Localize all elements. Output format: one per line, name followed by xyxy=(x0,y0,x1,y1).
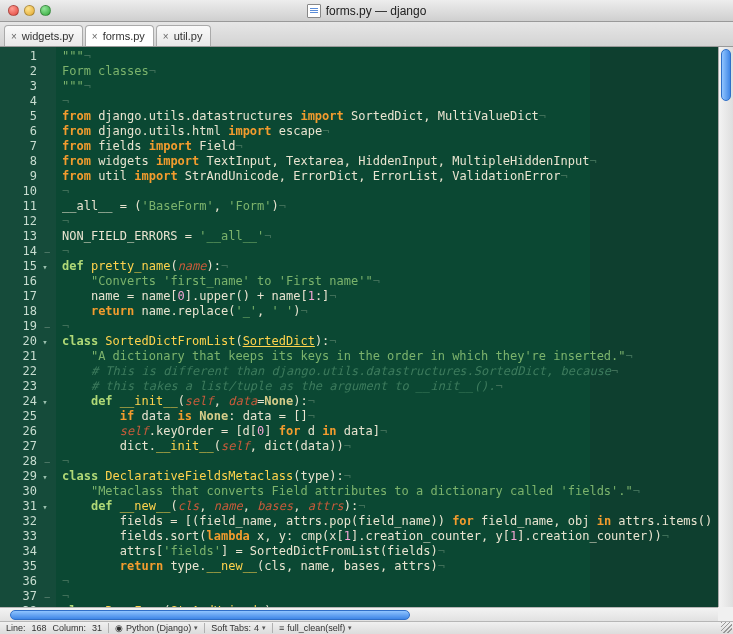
code-line: ¬ xyxy=(62,244,69,258)
line-number: 20 xyxy=(23,334,37,349)
editor-area: 1 2 3 4 5 6 7 8 9 10 11 12 13 14–15▾16 1… xyxy=(0,47,733,607)
code-view[interactable]: """¬ Form classes¬ """¬ ¬ from django.ut… xyxy=(56,47,733,607)
gutter-row: 33 xyxy=(0,529,50,544)
gutter-row: 26 xyxy=(0,424,50,439)
gutter-row: 28– xyxy=(0,454,50,469)
fold-icon[interactable]: ▾ xyxy=(40,262,50,272)
fold-dash-icon: – xyxy=(40,457,50,467)
document-icon xyxy=(307,4,321,18)
line-number: 16 xyxy=(23,274,37,289)
window-title-wrap: forms.py — django xyxy=(0,4,733,18)
horizontal-scroll-thumb[interactable] xyxy=(10,610,410,620)
code-line: name = name[0].upper() + name[1:]¬ xyxy=(62,289,337,303)
language-selector[interactable]: ◉ Python (Django) ▾ xyxy=(115,623,198,633)
gutter-spacer xyxy=(40,547,50,557)
gutter-row: 29▾ xyxy=(0,469,50,484)
vertical-scroll-thumb[interactable] xyxy=(721,49,731,101)
resize-handle[interactable] xyxy=(721,622,732,633)
gutter-spacer xyxy=(40,442,50,452)
line-number: 37 xyxy=(23,589,37,604)
gutter-spacer xyxy=(40,142,50,152)
code-line: "Converts 'first_name' to 'First name'"¬ xyxy=(62,274,380,288)
gutter-row: 4 xyxy=(0,94,50,109)
line-number: 22 xyxy=(23,364,37,379)
close-icon[interactable]: × xyxy=(163,31,169,42)
line-number: 2 xyxy=(30,64,37,79)
line-number: 27 xyxy=(23,439,37,454)
line-number: 15 xyxy=(23,259,37,274)
code-line: fields = [(field_name, attrs.pop(field_n… xyxy=(62,514,727,528)
gutter-row: 27 xyxy=(0,439,50,454)
line-number: 12 xyxy=(23,214,37,229)
gutter-row: 16 xyxy=(0,274,50,289)
tab-widgets-py[interactable]: ×widgets.py xyxy=(4,25,83,46)
line-number: 17 xyxy=(23,289,37,304)
gutter-spacer xyxy=(40,52,50,62)
code-line: from django.utils.datastructures import … xyxy=(62,109,546,123)
gutter-row: 32 xyxy=(0,514,50,529)
vertical-scrollbar[interactable] xyxy=(718,47,733,607)
code-line: __all__ = ('BaseForm', 'Form')¬ xyxy=(62,199,286,213)
line-number: 11 xyxy=(23,199,37,214)
window-controls xyxy=(0,5,51,16)
gutter-row: 20▾ xyxy=(0,334,50,349)
gutter-spacer xyxy=(40,172,50,182)
fold-icon[interactable]: ▾ xyxy=(40,502,50,512)
gutter-spacer xyxy=(40,487,50,497)
code-line: from fields import Field¬ xyxy=(62,139,243,153)
code-line: "A dictionary that keeps its keys in the… xyxy=(62,349,633,363)
code-line: from django.utils.html import escape¬ xyxy=(62,124,329,138)
code-line: self.keyOrder = [d[0] for d in data]¬ xyxy=(62,424,387,438)
gutter-spacer xyxy=(40,532,50,542)
horizontal-scrollbar[interactable] xyxy=(0,607,718,622)
gutter-row: 36 xyxy=(0,574,50,589)
zoom-icon[interactable] xyxy=(40,5,51,16)
gutter-row: 21 xyxy=(0,349,50,364)
code-line: dict.__init__(self, dict(data))¬ xyxy=(62,439,351,453)
line-number: 10 xyxy=(23,184,37,199)
line-number: 24 xyxy=(23,394,37,409)
fold-icon[interactable]: ▾ xyxy=(40,472,50,482)
code-line: # this takes a list/tuple as the argumen… xyxy=(62,379,503,393)
symbol-selector[interactable]: ≡ full_clean(self) ▾ xyxy=(279,623,352,633)
fold-dash-icon: – xyxy=(40,592,50,602)
close-icon[interactable]: × xyxy=(11,31,17,42)
list-icon: ≡ xyxy=(279,623,284,633)
code-line: ¬ xyxy=(62,184,69,198)
gutter-row: 14– xyxy=(0,244,50,259)
gutter-row: 13 xyxy=(0,229,50,244)
fold-icon[interactable]: ▾ xyxy=(40,337,50,347)
gutter-spacer xyxy=(40,127,50,137)
line-gutter: 1 2 3 4 5 6 7 8 9 10 11 12 13 14–15▾16 1… xyxy=(0,47,56,607)
gutter-row: 1 xyxy=(0,49,50,64)
code-line: def pretty_name(name):¬ xyxy=(62,259,228,273)
chevron-down-icon: ▾ xyxy=(348,624,352,632)
gutter-row: 31▾ xyxy=(0,499,50,514)
gutter-row: 17 xyxy=(0,289,50,304)
code-text: """¬ Form classes¬ """¬ ¬ from django.ut… xyxy=(62,49,727,607)
line-number: 7 xyxy=(30,139,37,154)
code-line: Form classes¬ xyxy=(62,64,156,78)
line-number: 3 xyxy=(30,79,37,94)
tab-forms-py[interactable]: ×forms.py xyxy=(85,25,154,46)
gutter-row: 8 xyxy=(0,154,50,169)
line-number: 14 xyxy=(23,244,37,259)
close-icon[interactable] xyxy=(8,5,19,16)
code-line: fields.sort(lambda x, y: cmp(x[1].creati… xyxy=(62,529,669,543)
line-label: Line: xyxy=(6,623,26,633)
close-icon[interactable]: × xyxy=(92,31,98,42)
line-number: 21 xyxy=(23,349,37,364)
gutter-row: 35 xyxy=(0,559,50,574)
code-line: from util import StrAndUnicode, ErrorDic… xyxy=(62,169,568,183)
softtabs-selector[interactable]: Soft Tabs: 4 ▾ xyxy=(211,623,266,633)
gutter-spacer xyxy=(40,352,50,362)
tab-util-py[interactable]: ×util.py xyxy=(156,25,212,46)
minimize-icon[interactable] xyxy=(24,5,35,16)
gutter-spacer xyxy=(40,517,50,527)
titlebar: forms.py — django xyxy=(0,0,733,22)
gutter-spacer xyxy=(40,202,50,212)
fold-icon[interactable]: ▾ xyxy=(40,397,50,407)
line-number: 18 xyxy=(23,304,37,319)
code-line: class DeclarativeFieldsMetaclass(type):¬ xyxy=(62,469,351,483)
chevron-down-icon: ▾ xyxy=(262,624,266,632)
